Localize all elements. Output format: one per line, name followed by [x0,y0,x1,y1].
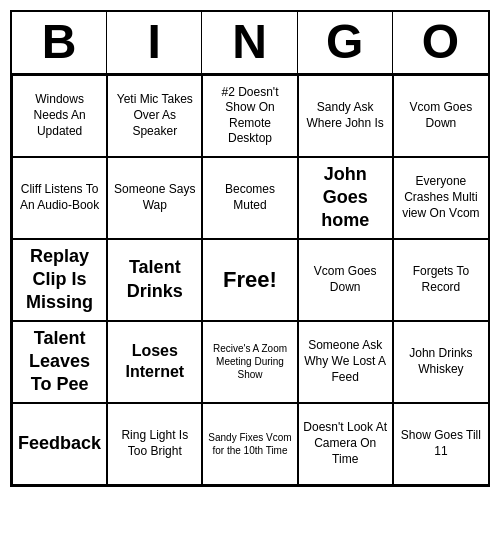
bingo-letter: N [202,12,297,73]
bingo-letter: O [393,12,488,73]
bingo-header: BINGO [12,12,488,75]
bingo-cell: Forgets To Record [393,239,488,321]
bingo-cell: Loses Internet [107,321,202,403]
bingo-cell: Everyone Crashes Multi view On Vcom [393,157,488,239]
bingo-cell: Vcom Goes Down [393,75,488,157]
bingo-cell: John Drinks Whiskey [393,321,488,403]
bingo-cell: Sandy Fixes Vcom for the 10th Time [202,403,297,485]
bingo-letter: I [107,12,202,73]
bingo-cell: Vcom Goes Down [298,239,393,321]
bingo-letter: G [298,12,393,73]
bingo-cell: Recive's A Zoom Meeting During Show [202,321,297,403]
bingo-cell: Yeti Mic Takes Over As Speaker [107,75,202,157]
bingo-cell: Replay Clip Is Missing [12,239,107,321]
bingo-cell: Ring Light Is Too Bright [107,403,202,485]
bingo-cell: Someone Ask Why We Lost A Feed [298,321,393,403]
bingo-cell: Someone Says Wap [107,157,202,239]
bingo-cell: Windows Needs An Updated [12,75,107,157]
bingo-cell: Becomes Muted [202,157,297,239]
bingo-cell: Feedback [12,403,107,485]
bingo-card: BINGO Windows Needs An UpdatedYeti Mic T… [10,10,490,487]
bingo-cell: John Goes home [298,157,393,239]
bingo-cell: Talent Drinks [107,239,202,321]
bingo-cell: Show Goes Till 11 [393,403,488,485]
bingo-cell: Cliff Listens To An Audio-Book [12,157,107,239]
bingo-cell: Free! [202,239,297,321]
bingo-letter: B [12,12,107,73]
bingo-cell: Doesn't Look At Camera On Time [298,403,393,485]
bingo-cell: Talent Leaves To Pee [12,321,107,403]
bingo-grid: Windows Needs An UpdatedYeti Mic Takes O… [12,75,488,485]
bingo-cell: Sandy Ask Where John Is [298,75,393,157]
bingo-cell: #2 Doesn't Show On Remote Desktop [202,75,297,157]
